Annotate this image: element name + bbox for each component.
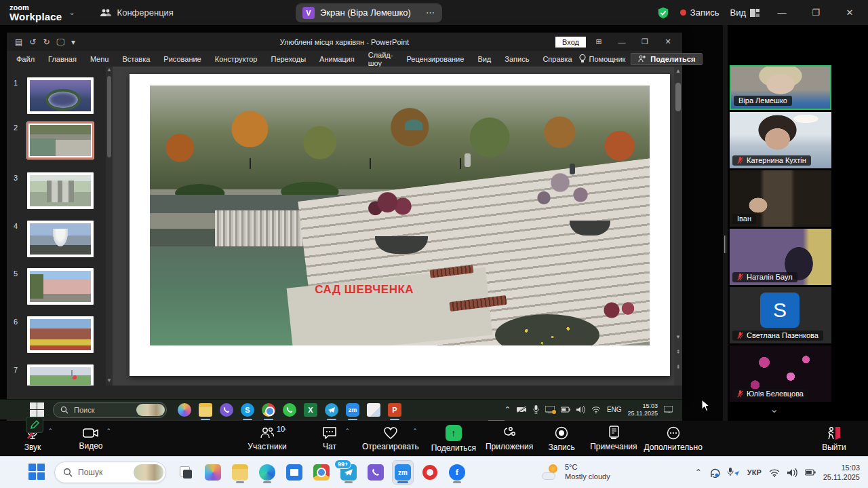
taskbar-powerpoint-icon[interactable]: P bbox=[387, 402, 403, 418]
canvas-scrollbar[interactable]: ▲ ▼ ⇞ ⇟ bbox=[674, 67, 682, 386]
opera-icon[interactable] bbox=[420, 461, 440, 484]
taskbar-telegram-icon[interactable] bbox=[323, 402, 340, 418]
ppt-restore-button[interactable]: ❐ bbox=[635, 37, 655, 46]
start-button[interactable] bbox=[30, 402, 45, 417]
video-tile-vira-lemeshko[interactable]: Віра Лемешко bbox=[730, 65, 831, 110]
tray-camera-off-icon[interactable] bbox=[517, 406, 527, 413]
start-slideshow-icon[interactable]: 🖵 bbox=[56, 37, 64, 47]
assistant-button[interactable]: Помощник bbox=[579, 54, 626, 63]
slide-thumbnail-6[interactable]: 6 bbox=[7, 316, 106, 356]
taskbar-search-box[interactable]: Поиск bbox=[53, 402, 167, 418]
facebook-icon[interactable]: f bbox=[447, 461, 467, 484]
thumbnail-scrollbar[interactable]: ▲ ▼ bbox=[106, 67, 113, 386]
tray-chevron-icon[interactable]: ⌃ bbox=[695, 468, 702, 477]
tray-microphone-location-icon[interactable] bbox=[728, 468, 740, 477]
minimize-button[interactable]: — bbox=[770, 7, 793, 18]
panel-resize-handle[interactable] bbox=[723, 25, 728, 421]
task-view-icon[interactable] bbox=[176, 461, 196, 484]
tray-chevron-icon[interactable]: ⌃ bbox=[505, 405, 511, 414]
taskbar-clock[interactable]: 15:03 25.11.2025 bbox=[823, 463, 860, 483]
tray-wifi-icon[interactable] bbox=[591, 406, 601, 413]
tab-view[interactable]: Вид bbox=[471, 55, 498, 63]
slide-thumbnail-7[interactable]: 7 bbox=[7, 364, 106, 386]
save-icon[interactable]: ▤ bbox=[15, 37, 22, 47]
record-button[interactable]: Запись bbox=[540, 421, 583, 456]
previous-slide-icon[interactable]: ⇞ bbox=[674, 348, 682, 357]
notes-button[interactable]: Примечания bbox=[590, 421, 637, 456]
scrollbar-thumb[interactable] bbox=[675, 83, 681, 111]
video-tile-katernyna-kukhtin[interactable]: Катернина Кухтін bbox=[730, 112, 831, 168]
close-button[interactable]: ✕ bbox=[838, 7, 861, 18]
zoom-icon[interactable]: zm bbox=[393, 461, 413, 484]
tray-battery-icon[interactable] bbox=[561, 407, 570, 413]
notification-center-icon[interactable] bbox=[664, 406, 673, 413]
tab-meeting[interactable]: Конференция bbox=[100, 7, 174, 18]
more-button[interactable]: Дополнительно bbox=[644, 421, 702, 456]
copilot-icon[interactable] bbox=[203, 461, 223, 484]
search-highlight-image[interactable] bbox=[134, 464, 163, 481]
ribbon-display-options-icon[interactable]: ⊞ bbox=[589, 37, 609, 46]
tray-speaker-icon[interactable] bbox=[787, 468, 797, 477]
tray-microphone-icon[interactable] bbox=[533, 405, 539, 414]
slide-thumbnail-3[interactable]: 3 bbox=[7, 172, 106, 212]
tray-sync-icon[interactable] bbox=[709, 468, 720, 478]
more-participants-chevron-icon[interactable]: ⌄ bbox=[770, 402, 778, 415]
tab-home[interactable]: Главная bbox=[41, 55, 83, 63]
taskbar-chrome-icon[interactable] bbox=[260, 402, 277, 418]
taskbar-zoom-icon[interactable]: zm bbox=[344, 402, 361, 418]
edge-icon[interactable] bbox=[257, 461, 277, 484]
telegram-icon[interactable]: 99+ bbox=[338, 461, 359, 484]
scroll-down-icon[interactable]: ▼ bbox=[106, 377, 113, 386]
annotation-pencil-icon[interactable] bbox=[26, 417, 43, 433]
taskbar-skype-icon[interactable]: S bbox=[239, 402, 256, 418]
file-explorer-icon[interactable] bbox=[230, 461, 250, 484]
redo-icon[interactable]: ↻ bbox=[43, 37, 50, 47]
tray-screen-share-icon[interactable] bbox=[545, 406, 555, 413]
tab-review[interactable]: Рецензирование bbox=[399, 55, 471, 63]
slide-thumbnail-2-selected[interactable]: 2 bbox=[7, 122, 106, 164]
video-tile-svetlana-pazenkova[interactable]: S Светлана Пазенкова bbox=[730, 287, 831, 343]
tab-help[interactable]: Справка bbox=[536, 55, 578, 63]
tray-clock[interactable]: 15:03 25.11.2025 bbox=[628, 402, 658, 417]
scroll-down-icon[interactable]: ▼ bbox=[674, 333, 682, 342]
slide-thumbnail-1[interactable]: 1 bbox=[7, 77, 106, 117]
undo-icon[interactable]: ↺ bbox=[29, 37, 36, 47]
video-tile-ivan[interactable]: Іван bbox=[730, 170, 831, 227]
taskbar-whatsapp-icon[interactable] bbox=[281, 402, 298, 418]
tab-insert[interactable]: Вставка bbox=[115, 55, 157, 63]
slide-thumbnail-5[interactable]: 5 bbox=[7, 268, 106, 307]
taskbar-file-explorer-icon[interactable] bbox=[197, 402, 214, 418]
scroll-up-icon[interactable]: ▲ bbox=[674, 67, 682, 76]
apps-button[interactable]: Приложения bbox=[486, 421, 533, 456]
share-screen-button[interactable]: ↑ Поделиться bbox=[431, 421, 476, 456]
taskbar-excel-icon[interactable]: X bbox=[302, 402, 319, 418]
taskbar-notepad-icon[interactable] bbox=[366, 402, 382, 418]
ppt-minimize-button[interactable]: — bbox=[612, 38, 632, 46]
taskbar-copilot-icon[interactable] bbox=[176, 402, 193, 418]
more-options-icon[interactable]: ⋯ bbox=[426, 7, 435, 18]
tab-slideshow[interactable]: Слайд-шоу bbox=[361, 51, 400, 67]
taskbar-viber-icon[interactable] bbox=[218, 402, 235, 418]
taskbar-search-box[interactable]: Пошук bbox=[54, 462, 166, 483]
sign-in-button[interactable]: Вход bbox=[555, 37, 586, 48]
leave-button[interactable]: Выйти bbox=[812, 421, 856, 456]
zoom-workplace-logo[interactable]: zoom Workplace bbox=[9, 4, 62, 22]
scrollbar-thumb[interactable] bbox=[107, 76, 111, 157]
ppt-close-button[interactable]: ✕ bbox=[658, 37, 678, 46]
security-shield-icon[interactable] bbox=[657, 7, 669, 19]
chat-button[interactable]: Чат⌃ bbox=[308, 421, 351, 456]
video-tile-yulia-belevtsova[interactable]: Юлія Белевцова bbox=[730, 345, 831, 402]
tab-animations[interactable]: Анимация bbox=[313, 55, 361, 63]
tray-language[interactable]: ENG bbox=[607, 406, 622, 413]
chevron-up-icon[interactable]: ⌃ bbox=[282, 428, 288, 434]
react-button[interactable]: Отреагировать⌃ bbox=[362, 421, 419, 456]
tab-transitions[interactable]: Переходы bbox=[264, 55, 313, 63]
tray-battery-icon[interactable] bbox=[805, 469, 816, 476]
tab-draw[interactable]: Рисование bbox=[157, 55, 208, 63]
participants-button[interactable]: 10 Участники⌃ bbox=[245, 421, 289, 456]
tray-language[interactable]: УКР bbox=[747, 468, 762, 476]
ppt-share-button[interactable]: Поделиться bbox=[631, 53, 703, 65]
chevron-up-icon[interactable]: ⌃ bbox=[344, 428, 350, 434]
chevron-up-icon[interactable]: ⌃ bbox=[412, 428, 418, 434]
video-tile-natalia-baul[interactable]: Наталія Баул bbox=[730, 229, 831, 285]
